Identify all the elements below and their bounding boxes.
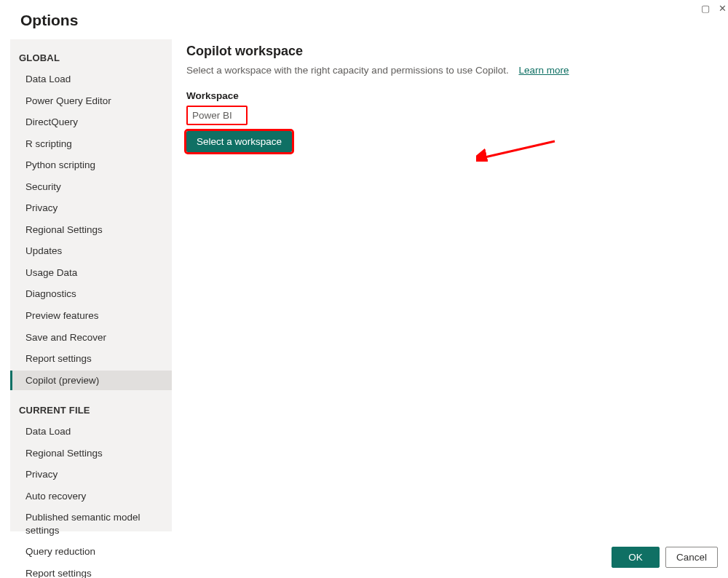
sidebar-item-directquery[interactable]: DirectQuery [10,112,172,132]
maximize-icon[interactable]: ▢ [701,3,710,14]
sidebar-item-diagnostics[interactable]: Diagnostics [10,284,172,304]
sidebar-item-cf-auto-recovery[interactable]: Auto recovery [10,486,172,507]
sidebar-item-report-settings[interactable]: Report settings [10,349,172,369]
close-icon[interactable]: ✕ [719,3,727,14]
footer: OK Cancel [612,547,718,568]
workspace-field[interactable]: Power BI [186,106,248,125]
sidebar-item-power-query-editor[interactable]: Power Query Editor [10,91,172,111]
sidebar: GLOBAL Data Load Power Query Editor Dire… [10,39,172,531]
arrow-annotation-icon [476,140,556,162]
main-content: Copilot workspace Select a workspace wit… [186,39,718,531]
sidebar-item-cf-privacy[interactable]: Privacy [10,464,172,485]
learn-more-link[interactable]: Learn more [518,65,569,76]
sidebar-item-data-load[interactable]: Data Load [10,69,172,90]
select-workspace-button[interactable]: Select a workspace [186,131,292,152]
sidebar-item-cf-data-load[interactable]: Data Load [10,421,172,442]
svg-line-1 [485,141,555,157]
sidebar-item-usage-data[interactable]: Usage Data [10,263,172,283]
sidebar-item-save-and-recover[interactable]: Save and Recover [10,328,172,348]
sidebar-item-cf-regional-settings[interactable]: Regional Settings [10,443,172,464]
sidebar-item-copilot-preview[interactable]: Copilot (preview) [10,371,172,391]
sidebar-item-cf-query-reduction[interactable]: Query reduction [10,542,172,562]
sidebar-section-global: GLOBAL [10,48,172,69]
main-description-text: Select a workspace with the right capaci… [186,65,509,76]
cancel-button[interactable]: Cancel [665,547,718,568]
sidebar-item-regional-settings[interactable]: Regional Settings [10,220,172,240]
sidebar-item-python-scripting[interactable]: Python scripting [10,155,172,175]
ok-button[interactable]: OK [612,547,660,568]
sidebar-item-preview-features[interactable]: Preview features [10,306,172,326]
main-description: Select a workspace with the right capaci… [186,65,718,76]
sidebar-item-security[interactable]: Security [10,177,172,197]
sidebar-item-cf-report-settings[interactable]: Report settings [10,563,172,578]
sidebar-item-r-scripting[interactable]: R scripting [10,134,172,154]
workspace-label: Workspace [186,90,718,101]
sidebar-item-updates[interactable]: Updates [10,241,172,261]
main-heading: Copilot workspace [186,44,718,59]
sidebar-item-privacy[interactable]: Privacy [10,198,172,218]
sidebar-item-cf-published-semantic[interactable]: Published semantic model settings [10,507,172,540]
page-title: Options [0,0,728,39]
sidebar-section-current-file: CURRENT FILE [10,400,172,421]
